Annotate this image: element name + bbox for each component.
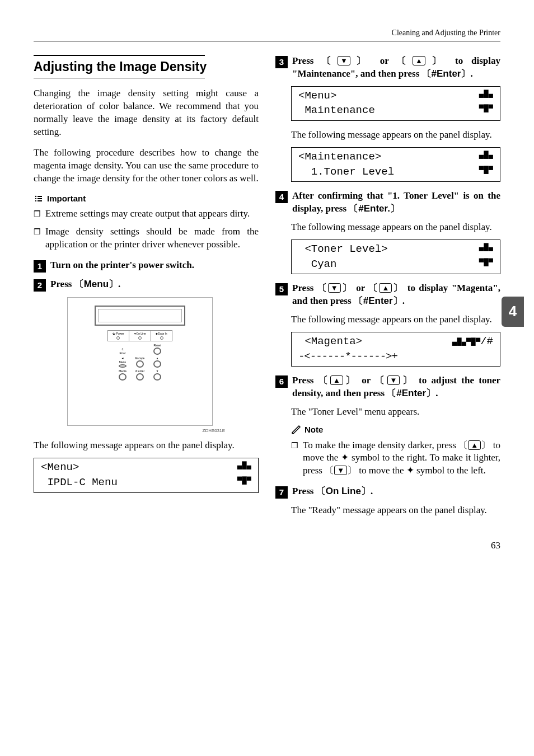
hw-escape-button: Escape xyxy=(132,356,148,368)
rbracket-icon: 〕 xyxy=(481,440,490,450)
important-list: ❒Extreme settings may create output that… xyxy=(34,208,259,251)
page-number: 63 xyxy=(34,539,500,552)
down-arrow-icon: ▀█▀ xyxy=(479,165,493,180)
s5a: Press xyxy=(292,283,317,293)
illustration-caption: ZDHS031E xyxy=(34,428,225,434)
step-badge-6: 6 xyxy=(275,375,288,388)
na: To make the image density darker, press xyxy=(303,440,458,450)
panel-msg-3: The following message appears on the pan… xyxy=(291,221,500,234)
lbracket-icon: 〔 xyxy=(458,440,468,450)
nd: to move the xyxy=(357,465,406,476)
hw-down-button: ▼ xyxy=(149,369,165,381)
s6b: or xyxy=(357,375,375,386)
up-arrow-icon: ▄█▄ xyxy=(237,461,251,475)
printer-panel-illustration: ⏻ Power ↦On Line ◆Data In ↯Error Reset ◄… xyxy=(67,297,213,426)
two-column-layout: Adjusting the Image Density Changing the… xyxy=(34,55,500,523)
panel-line: <Menu> xyxy=(298,89,336,104)
rbracket-icon: 〕 xyxy=(392,283,404,293)
hw-reset-button: Reset xyxy=(149,344,165,355)
important-item-2: ❒Image density settings should be made f… xyxy=(34,226,259,251)
rbracket-icon: 〕 xyxy=(347,465,357,476)
step-7-text: Press 〔On Line〕. xyxy=(292,485,373,498)
panel-line: IPDL-C Menu xyxy=(41,476,118,490)
hw-error-label: ↯Error xyxy=(115,344,130,355)
step-2-text: Press 〔Menu〕. xyxy=(50,278,120,291)
step-5: 5 Press 〔▼〕 or 〔▲〕 to display "Magenta",… xyxy=(275,282,500,308)
s7a: Press xyxy=(292,486,316,496)
panel-toner-cyan: <Toner Level>▄█▄ Cyan▀█▀ xyxy=(291,240,500,274)
step-4: 4 After confirming that "1. Toner Level"… xyxy=(275,190,500,215)
panel-line: <Maintenance> xyxy=(298,150,381,165)
step-badge-4: 4 xyxy=(275,191,288,203)
lbracket-icon: 〔 xyxy=(349,203,358,214)
hw-lamp-online: ↦On Line xyxy=(129,331,151,341)
hw-media-button: Media xyxy=(115,369,130,381)
s6d: . xyxy=(435,388,438,398)
panel-menu-maintenance: <Menu>▄█▄ Maintenance▀█▀ xyxy=(291,86,500,121)
rbracket-icon: 〕 xyxy=(425,55,447,66)
hw-enter-button: # Enter xyxy=(132,369,148,381)
s3b: or xyxy=(372,55,397,66)
rbracket-icon: 〕 xyxy=(426,388,435,398)
toner-menu-msg: The "Toner Level" menu appears. xyxy=(291,406,500,419)
s6a: Press xyxy=(292,375,318,386)
step-1: 1 Turn on the printer's power switch. xyxy=(34,259,259,273)
online-key: On Line xyxy=(326,486,361,496)
step-badge-2: 2 xyxy=(34,279,46,292)
enter-key: #Enter. xyxy=(358,203,390,214)
step-4-text: After confirming that "1. Toner Level" i… xyxy=(292,190,500,215)
up-arrow-icon: ▄█▄ xyxy=(479,242,493,257)
down-arrow-icon: ▀█▀ xyxy=(479,257,493,272)
right-column: 3 Press 〔▼〕 or 〔▲〕 to display "Maintenan… xyxy=(275,55,500,523)
important-item-1: ❒Extreme settings may create output that… xyxy=(34,208,259,221)
rbracket-icon: 〕 xyxy=(400,375,414,386)
important-heading: Important xyxy=(34,193,259,204)
up-key-icon: ▲ xyxy=(330,375,343,385)
rbracket-icon: 〕 xyxy=(393,295,402,306)
panel-maintenance-toner: <Maintenance>▄█▄ 1.Toner Level▀█▀ xyxy=(291,147,500,182)
step-6-text: Press 〔▲〕 or 〔▼〕 to adjust the toner den… xyxy=(292,374,500,400)
intro-paragraph-2: The following procedure describes how to… xyxy=(34,147,259,185)
step-badge-7: 7 xyxy=(275,486,288,499)
step-2-post: . xyxy=(118,279,120,289)
note-list: ❒ To make the image density darker, pres… xyxy=(291,439,500,478)
ready-msg: The "Ready" message appears on the panel… xyxy=(291,504,500,517)
panel-msg-4: The following message appears on the pan… xyxy=(291,313,500,326)
step-badge-1: 1 xyxy=(34,260,46,273)
s7b: . xyxy=(371,486,373,496)
s3a: Press xyxy=(292,55,322,66)
up-key-icon: ▲ xyxy=(379,283,392,293)
up-key-icon: ▲ xyxy=(468,440,481,450)
panel-line: 1.Toner Level xyxy=(298,165,394,180)
panel-menu-ipdl: <Menu>▄█▄ IPDL-C Menu▀█▀ xyxy=(34,458,259,492)
step-6: 6 Press 〔▲〕 or 〔▼〕 to adjust the toner d… xyxy=(275,374,500,400)
down-key-icon: ▼ xyxy=(328,283,341,293)
lbracket-icon: 〔 xyxy=(397,55,413,66)
section-rule-bottom xyxy=(34,78,205,78)
bullet-icon: ❒ xyxy=(291,439,298,453)
lbracket-icon: 〔 xyxy=(318,375,330,386)
important-label: Important xyxy=(47,193,86,204)
svg-point-0 xyxy=(35,195,36,196)
note-heading: Note xyxy=(291,424,500,435)
enter-key: #Enter xyxy=(396,388,426,398)
lbracket-icon: 〔 xyxy=(317,283,328,293)
panel-line: <Toner Level> xyxy=(298,242,388,257)
rbracket-icon: 〕 xyxy=(390,203,400,214)
down-arrow-icon: ▀█▀ xyxy=(479,104,493,118)
important-text-1: Extreme settings may create output that … xyxy=(45,208,250,220)
hw-display xyxy=(98,309,182,322)
menu-key: Menu xyxy=(84,279,109,289)
enter-key: #Enter xyxy=(432,68,461,79)
rbracket-icon: 〕 xyxy=(341,283,353,293)
panel-line: <Magenta> xyxy=(298,335,362,349)
step-2-pre: Press xyxy=(50,279,74,289)
left-column: Adjusting the Image Density Changing the… xyxy=(34,55,259,523)
rbracket-icon: 〕 xyxy=(361,486,371,496)
important-icon xyxy=(34,194,44,204)
panel-msg-1: The following message appears on the pan… xyxy=(34,439,259,452)
lbracket-icon: 〔 xyxy=(316,486,326,496)
panel-line: Maintenance xyxy=(298,104,375,118)
rbracket-icon: 〕 xyxy=(350,55,372,66)
s5d: . xyxy=(402,295,405,306)
